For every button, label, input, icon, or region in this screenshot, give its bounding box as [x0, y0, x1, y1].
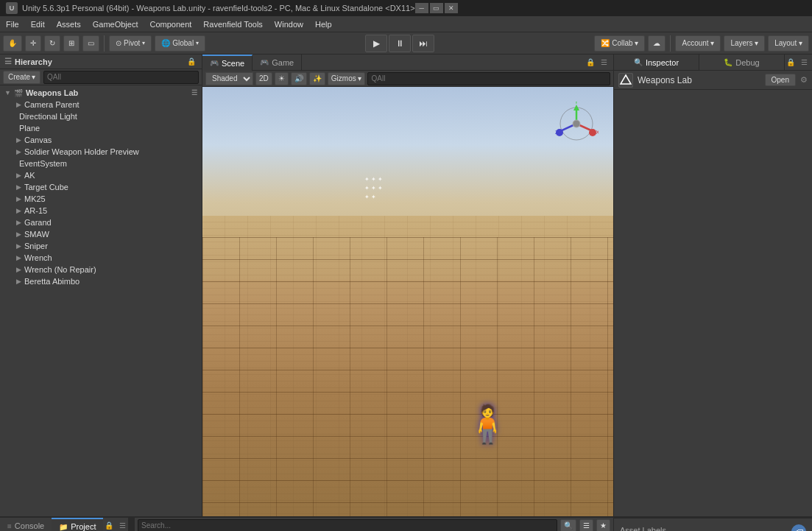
maximize-button[interactable]: ▭ — [430, 3, 443, 13]
2d-toggle[interactable]: 2D — [255, 72, 272, 85]
hierarchy-item-garand[interactable]: ▶ Garand — [0, 217, 202, 228]
hierarchy-item-soldier-preview[interactable]: ▶ Soldier Weapon Holder Preview — [0, 146, 202, 158]
hierarchy-item-wrench[interactable]: ▶ Wrench — [0, 252, 202, 264]
layers-dropdown[interactable]: Layers ▾ — [724, 35, 765, 52]
main-area: ☰ Hierarchy 🔒 Create ▾ ▼ 🎬 Weapons Lab ☰… — [0, 54, 812, 516]
soldier-arrow: ▶ — [16, 148, 21, 155]
layers-label: Layers ▾ — [730, 39, 758, 47]
mk25-arrow: ▶ — [16, 195, 21, 203]
wrench-norepair-arrow: ▶ — [16, 266, 21, 273]
hierarchy-search-input[interactable] — [43, 71, 199, 84]
minimize-button[interactable]: ─ — [415, 3, 428, 13]
beretta-label: Beretta Abimbo — [24, 277, 80, 286]
filter-button[interactable]: ☰ — [579, 519, 593, 532]
hierarchy-item-smaw[interactable]: ▶ SMAW — [0, 228, 202, 240]
scale-tool-button[interactable]: ⊞ — [63, 35, 80, 52]
hierarchy-item-plane[interactable]: Plane — [0, 122, 202, 134]
inspector-gear-icon[interactable]: ⚙ — [800, 75, 808, 85]
hand-tool-button[interactable]: ✋ — [3, 35, 22, 52]
hierarchy-create-button[interactable]: Create ▾ — [3, 71, 40, 84]
scene-search-input[interactable] — [367, 72, 610, 85]
tab-scene[interactable]: 🎮 Scene — [202, 54, 253, 71]
hierarchy-item-sniper[interactable]: ▶ Sniper — [0, 240, 202, 252]
hierarchy-item-ak[interactable]: ▶ AK — [0, 169, 202, 181]
pivot-dropdown[interactable]: ⊙ Pivot ▾ — [109, 35, 152, 52]
global-dropdown[interactable]: 🌐 Global ▾ — [155, 35, 205, 52]
collab-icon: 🔀 — [601, 39, 610, 47]
hierarchy-item-targetcube[interactable]: ▶ Target Cube — [0, 181, 202, 193]
sniper-label: Sniper — [24, 242, 48, 250]
hierarchy-item-beretta[interactable]: ▶ Beretta Abimbo — [0, 275, 202, 287]
tab-game[interactable]: 🎮 Game — [253, 54, 302, 71]
hierarchy-item-canvas[interactable]: ▶ Canvas — [0, 134, 202, 146]
hierarchy-options-icon: ☰ — [191, 89, 197, 96]
scene-viewport[interactable]: Y X Z 🧍 — [202, 87, 613, 516]
project-search-input[interactable] — [138, 519, 557, 532]
project-lock-icon[interactable]: 🔒 — [103, 521, 115, 530]
console-tab-label: Console — [15, 521, 44, 530]
hierarchy-item-camera-parent[interactable]: ▶ Camera Parent — [0, 99, 202, 110]
tab-debug[interactable]: 🐛 Debug — [699, 54, 785, 70]
hierarchy-item-ar15[interactable]: ▶ AR-15 — [0, 205, 202, 217]
hierarchy-toolbar: Create ▾ — [0, 69, 202, 85]
left-panel-scrollbar[interactable] — [129, 518, 135, 531]
add-label-button[interactable]: 🏷 — [791, 524, 806, 531]
rect-tool-button[interactable]: ▭ — [82, 35, 99, 52]
project-tab-label: Project — [71, 522, 96, 531]
project-menu-icon[interactable]: ☰ — [118, 521, 127, 530]
scene-gizmo: Y X Z — [554, 102, 599, 146]
collab-dropdown[interactable]: 🔀 Collab ▾ — [594, 35, 645, 52]
project-tab-controls: 🔒 ☰ — [103, 518, 130, 531]
grid-lines — [202, 237, 613, 516]
shading-select[interactable]: Shaded — [205, 72, 253, 85]
menu-file[interactable]: File — [0, 16, 25, 32]
tab-inspector[interactable]: 🔍 Inspector — [614, 54, 699, 70]
titlebar-title: Unity 5.6.3p1 Personal (64bit) - Weapons… — [22, 4, 415, 13]
hierarchy-item-eventsystem[interactable]: EventSystem — [0, 158, 202, 169]
inspector-menu-icon[interactable]: ☰ — [799, 58, 809, 66]
hierarchy-item-wrench-no-repair[interactable]: ▶ Wrench (No Repair) — [0, 264, 202, 275]
inspector-lock-icon[interactable]: 🔒 — [785, 58, 797, 66]
step-button[interactable]: ⏭ — [412, 35, 434, 52]
hierarchy-item-directional-light[interactable]: Directional Light — [0, 110, 202, 122]
search-icon-button[interactable]: 🔍 — [560, 519, 576, 532]
scene-lock-icon[interactable]: 🔒 — [585, 58, 596, 66]
effects-toggle[interactable]: ✨ — [309, 72, 325, 85]
ar15-arrow: ▶ — [16, 207, 21, 214]
account-dropdown[interactable]: Account ▾ — [675, 35, 721, 52]
menu-edit[interactable]: Edit — [25, 16, 51, 32]
rotate-tool-button[interactable]: ↻ — [44, 35, 60, 52]
camera-parent-label: Camera Parent — [24, 100, 80, 109]
hierarchy-lock-icon[interactable]: 🔒 — [186, 57, 197, 66]
inspector-open-button[interactable]: Open — [765, 74, 796, 86]
menu-help[interactable]: Help — [309, 16, 338, 32]
lighting-toggle[interactable]: ☀ — [275, 72, 289, 85]
hierarchy-header: ☰ Hierarchy 🔒 — [0, 54, 202, 69]
star-filter-button[interactable]: ★ — [596, 519, 610, 532]
titlebar: U Unity 5.6.3p1 Personal (64bit) - Weapo… — [0, 0, 812, 16]
global-label: Global — [172, 39, 194, 47]
tab-console[interactable]: ≡ Console — [0, 518, 52, 531]
menu-ravenfield[interactable]: Ravenfield Tools — [197, 16, 269, 32]
tab-project[interactable]: 📁 Project — [52, 518, 103, 531]
menu-component[interactable]: Component — [144, 16, 197, 32]
pause-button[interactable]: ⏸ — [389, 35, 411, 52]
gizmos-dropdown[interactable]: Gizmos ▾ — [328, 72, 366, 85]
weapons-lab-label: Weapons Lab — [26, 88, 78, 97]
hierarchy-item-mk25[interactable]: ▶ MK25 — [0, 193, 202, 205]
audio-toggle[interactable]: 🔊 — [291, 72, 307, 85]
svg-text:Z: Z — [555, 129, 559, 136]
menu-assets[interactable]: Assets — [51, 16, 87, 32]
layout-dropdown[interactable]: Layout ▾ — [768, 35, 809, 52]
play-button[interactable]: ▶ — [365, 35, 387, 52]
menu-gameobject[interactable]: GameObject — [87, 16, 144, 32]
weapons-lab-arrow: ▼ — [4, 89, 11, 96]
menu-window[interactable]: Window — [269, 16, 309, 32]
inspector-object-icon — [618, 73, 633, 88]
move-tool-button[interactable]: ✛ — [25, 35, 41, 52]
close-button[interactable]: ✕ — [445, 3, 458, 13]
hierarchy-item-weapons-lab[interactable]: ▼ 🎬 Weapons Lab ☰ — [0, 87, 202, 99]
cloud-button[interactable]: ☁ — [648, 35, 666, 52]
hierarchy-panel: ☰ Hierarchy 🔒 Create ▾ ▼ 🎬 Weapons Lab ☰… — [0, 54, 202, 516]
scene-menu-icon[interactable]: ☰ — [599, 58, 609, 66]
